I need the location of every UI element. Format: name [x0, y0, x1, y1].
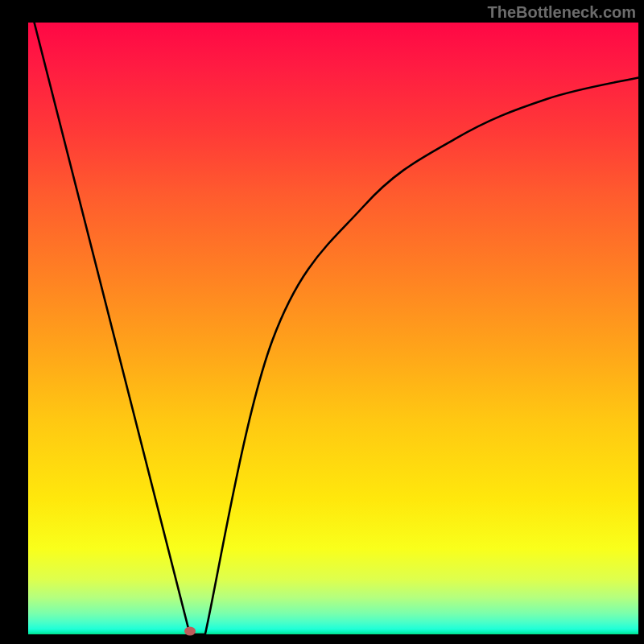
vertex-marker [184, 627, 196, 636]
chart-frame: TheBottleneck.com [0, 0, 644, 644]
bottleneck-curve [28, 23, 638, 634]
plot-area [28, 23, 638, 634]
source-label: TheBottleneck.com [488, 3, 636, 22]
